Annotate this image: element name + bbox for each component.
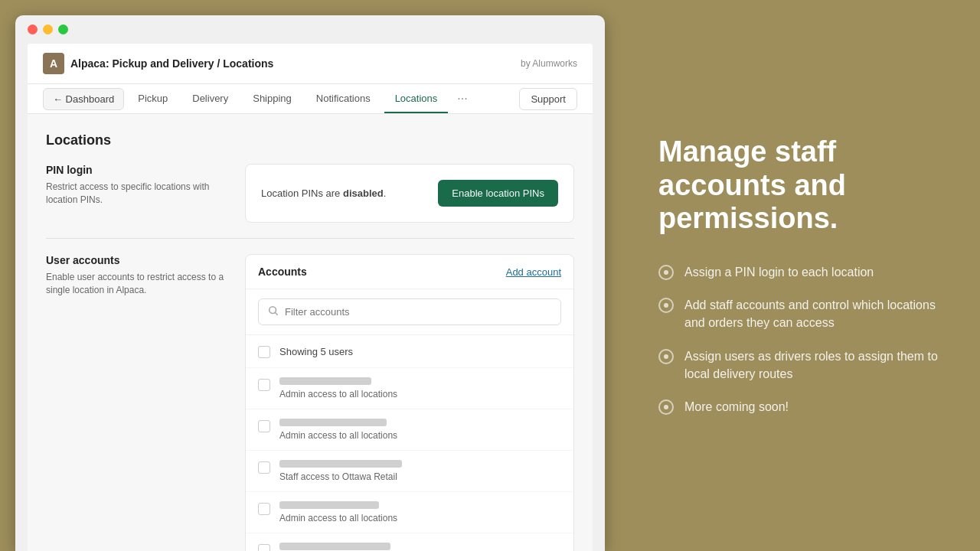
right-panel: Manage staff accounts and permissions. A… bbox=[620, 0, 980, 551]
promo-list: Assign a PIN login to each location Add … bbox=[658, 263, 942, 416]
account-role: Admin access to all locations bbox=[279, 430, 561, 441]
promo-text: Assign a PIN login to each location bbox=[684, 263, 874, 281]
table-row: Admin access to all locations bbox=[246, 533, 573, 551]
window-chrome: A Alpaca: Pickup and Delivery / Location… bbox=[15, 15, 605, 551]
section-divider bbox=[46, 238, 574, 239]
search-input[interactable] bbox=[285, 306, 551, 318]
account-name-bar bbox=[279, 377, 371, 385]
list-item: Assign a PIN login to each location bbox=[658, 263, 942, 281]
pin-status-card: Location PINs are disabled. Enable locat… bbox=[245, 164, 574, 223]
account-checkbox[interactable] bbox=[258, 503, 270, 515]
brand-area: A Alpaca: Pickup and Delivery / Location… bbox=[43, 53, 273, 74]
accounts-card: Accounts Add account bbox=[245, 254, 574, 551]
tab-locations[interactable]: Locations bbox=[384, 85, 449, 113]
account-info: Staff access to Ottawa Retail bbox=[279, 460, 561, 482]
select-all-checkbox[interactable] bbox=[258, 346, 270, 358]
list-item: Add staff accounts and control which loc… bbox=[658, 296, 942, 331]
pin-status-text: Location PINs are disabled. bbox=[261, 187, 386, 199]
showing-label: Showing 5 users bbox=[279, 346, 353, 357]
brand-text: Alpaca: Pickup and Delivery / Locations bbox=[70, 57, 273, 70]
app-name: Alpaca: Pickup and Delivery bbox=[70, 57, 214, 70]
top-bar: A Alpaca: Pickup and Delivery / Location… bbox=[28, 44, 593, 84]
add-account-link[interactable]: Add account bbox=[506, 266, 561, 278]
account-checkbox[interactable] bbox=[258, 461, 270, 474]
minimize-button[interactable] bbox=[43, 24, 53, 34]
promo-title: Manage staff accounts and permissions. bbox=[658, 135, 942, 236]
more-tabs-button[interactable]: ··· bbox=[451, 84, 473, 113]
page-content: Locations PIN login Restrict access to s… bbox=[28, 114, 593, 551]
account-info: Admin access to all locations bbox=[279, 543, 561, 551]
account-checkbox[interactable] bbox=[258, 379, 270, 391]
table-row: Admin access to all locations bbox=[246, 409, 573, 451]
brand-logo: A bbox=[43, 53, 64, 74]
nav-tabs: ← Dashboard Pickup Delivery Shipping Not… bbox=[28, 84, 593, 114]
pin-status-prefix: Location PINs are bbox=[261, 187, 340, 199]
account-role: Admin access to all locations bbox=[279, 389, 561, 399]
user-accounts-desc: Enable user accounts to restrict access … bbox=[46, 271, 230, 297]
account-role: Staff access to Ottawa Retail bbox=[279, 471, 561, 482]
list-item: Assign users as drivers roles to assign … bbox=[658, 347, 942, 383]
pin-login-section: PIN login Restrict access to specific lo… bbox=[46, 164, 574, 223]
bullet-icon bbox=[658, 298, 674, 313]
enable-pin-button[interactable]: Enable location PINs bbox=[438, 180, 558, 207]
maximize-button[interactable] bbox=[58, 24, 68, 34]
page-name-breadcrumb: Locations bbox=[223, 57, 273, 70]
user-accounts-right: Accounts Add account bbox=[245, 254, 574, 551]
accounts-header: Accounts Add account bbox=[246, 255, 573, 289]
svg-line-1 bbox=[275, 312, 277, 315]
tab-dashboard[interactable]: ← Dashboard bbox=[43, 88, 124, 110]
tab-delivery[interactable]: Delivery bbox=[181, 85, 239, 113]
account-checkbox[interactable] bbox=[258, 420, 270, 432]
pin-status-value: disabled bbox=[343, 187, 384, 199]
page-title: Locations bbox=[46, 132, 574, 148]
promo-text: More coming soon! bbox=[684, 398, 789, 416]
account-info: Admin access to all locations bbox=[279, 377, 561, 399]
account-name-bar bbox=[279, 543, 390, 550]
close-button[interactable] bbox=[28, 24, 38, 34]
pin-login-right: Location PINs are disabled. Enable locat… bbox=[245, 164, 574, 223]
bullet-icon bbox=[658, 399, 674, 415]
account-info: Admin access to all locations bbox=[279, 419, 561, 441]
account-name-bar bbox=[279, 501, 379, 509]
account-role: Admin access to all locations bbox=[279, 513, 561, 523]
pin-login-left: PIN login Restrict access to specific lo… bbox=[46, 164, 230, 223]
tab-shipping[interactable]: Shipping bbox=[242, 85, 302, 113]
user-accounts-title: User accounts bbox=[46, 254, 230, 266]
accounts-title: Accounts bbox=[258, 266, 307, 278]
pin-login-title: PIN login bbox=[46, 164, 230, 176]
by-alumworks: by Alumworks bbox=[521, 58, 577, 69]
table-row: Admin access to all locations bbox=[246, 368, 573, 409]
bullet-icon bbox=[658, 265, 674, 280]
search-container bbox=[246, 289, 573, 335]
account-info: Admin access to all locations bbox=[279, 501, 561, 523]
table-row: Staff access to Ottawa Retail bbox=[246, 451, 573, 492]
search-icon bbox=[268, 305, 279, 318]
user-accounts-section: User accounts Enable user accounts to re… bbox=[46, 254, 574, 551]
account-checkbox[interactable] bbox=[258, 544, 270, 551]
traffic-lights bbox=[28, 24, 593, 34]
app-content: A Alpaca: Pickup and Delivery / Location… bbox=[28, 44, 593, 551]
account-name-bar bbox=[279, 460, 402, 468]
account-name-bar bbox=[279, 419, 387, 426]
search-input-wrap bbox=[258, 298, 561, 325]
list-item: More coming soon! bbox=[658, 398, 942, 416]
promo-text: Add staff accounts and control which loc… bbox=[684, 296, 942, 331]
browser-window: A Alpaca: Pickup and Delivery / Location… bbox=[0, 0, 620, 551]
user-accounts-left: User accounts Enable user accounts to re… bbox=[46, 254, 230, 551]
pin-login-desc: Restrict access to specific locations wi… bbox=[46, 181, 230, 207]
showing-info: Showing 5 users bbox=[279, 344, 561, 358]
tab-pickup[interactable]: Pickup bbox=[127, 85, 178, 113]
table-row: Admin access to all locations bbox=[246, 492, 573, 533]
support-button[interactable]: Support bbox=[519, 88, 577, 110]
bullet-icon bbox=[658, 349, 674, 364]
showing-row: Showing 5 users bbox=[246, 335, 573, 368]
tab-notifications[interactable]: Notifications bbox=[305, 85, 381, 113]
promo-text: Assign users as drivers roles to assign … bbox=[684, 347, 942, 383]
